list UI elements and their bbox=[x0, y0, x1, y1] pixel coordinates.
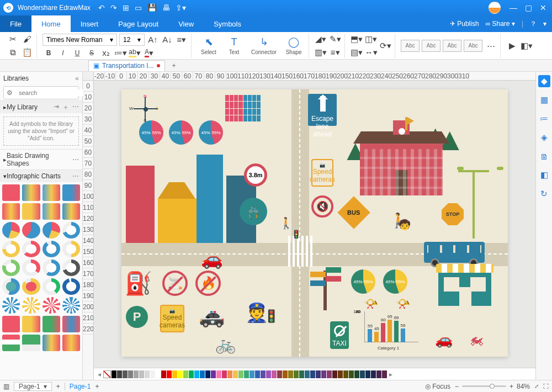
color-swatch[interactable] bbox=[167, 370, 172, 378]
thumb[interactable] bbox=[2, 222, 20, 239]
traffic-light-icon[interactable]: 🚦 bbox=[264, 309, 279, 324]
text-tool[interactable]: TText bbox=[222, 35, 246, 56]
color-swatch[interactable] bbox=[310, 370, 315, 378]
grid-chart[interactable] bbox=[225, 95, 261, 121]
traffic-light-icon[interactable]: 🚦 bbox=[291, 230, 301, 239]
menu-file[interactable]: File bbox=[0, 15, 31, 32]
highlight-icon[interactable]: ab▾ bbox=[129, 47, 141, 59]
style-preset-1[interactable]: Abc bbox=[401, 40, 420, 52]
palette-left-icon[interactable]: ◂ bbox=[96, 370, 103, 378]
grid-icon[interactable]: ▦ bbox=[538, 94, 550, 106]
color-swatch[interactable] bbox=[161, 370, 166, 378]
layers-icon[interactable]: ◧▾ bbox=[521, 40, 533, 52]
color-swatch[interactable] bbox=[172, 370, 177, 378]
menu-page-layout[interactable]: Page Layout bbox=[108, 15, 168, 32]
road-vertical[interactable] bbox=[291, 89, 309, 357]
shop[interactable] bbox=[438, 267, 491, 306]
thumb[interactable] bbox=[22, 278, 40, 295]
thumb[interactable] bbox=[43, 259, 60, 276]
italic-icon[interactable]: I bbox=[57, 47, 69, 59]
add-page-icon[interactable]: + bbox=[56, 383, 60, 390]
thumb[interactable] bbox=[43, 278, 60, 295]
color-swatch[interactable] bbox=[216, 370, 221, 378]
police-car-icon[interactable]: 🚓 bbox=[199, 304, 225, 328]
thumb[interactable] bbox=[62, 278, 80, 295]
zoom-out-icon[interactable]: − bbox=[455, 383, 459, 390]
pie-chart[interactable]: 45%55% bbox=[383, 269, 407, 294]
parking-sign[interactable]: P bbox=[126, 306, 148, 328]
page-setup-icon[interactable]: 🗎 bbox=[538, 150, 550, 162]
fullscreen-icon[interactable]: ⛶ bbox=[543, 383, 549, 389]
style-preset-2[interactable]: Abc bbox=[422, 40, 440, 52]
thumb[interactable] bbox=[43, 335, 60, 351]
infographic-header[interactable]: ▾ Infographic Charts⋯ bbox=[0, 170, 82, 182]
publish-button[interactable]: ✈ Publish bbox=[450, 20, 479, 28]
shrink-font-icon[interactable]: A↓ bbox=[161, 34, 173, 46]
taxi-sign[interactable]: TAXI bbox=[330, 321, 349, 349]
pie-chart[interactable]: 45%55% bbox=[351, 269, 375, 294]
user-avatar[interactable] bbox=[489, 2, 501, 14]
color-swatch[interactable] bbox=[156, 370, 161, 378]
thumb[interactable] bbox=[22, 335, 40, 351]
car-icon[interactable]: 🚗 bbox=[435, 331, 453, 348]
color-swatch[interactable] bbox=[123, 370, 128, 378]
thumb[interactable] bbox=[43, 241, 60, 257]
add-page-tab[interactable]: + bbox=[95, 383, 99, 390]
document-tab[interactable]: ▣ Transportation I... bbox=[88, 60, 165, 71]
thumb[interactable] bbox=[22, 297, 40, 314]
pages-icon[interactable]: ▥ bbox=[3, 383, 9, 390]
color-swatch[interactable] bbox=[200, 370, 205, 378]
horn-icon[interactable]: 📯 bbox=[396, 297, 410, 310]
car-icon[interactable]: 🚗 bbox=[201, 248, 223, 269]
color-swatch[interactable] bbox=[299, 370, 304, 378]
color-swatch[interactable] bbox=[371, 370, 376, 378]
line-color-icon[interactable]: ✎▾ bbox=[329, 33, 341, 45]
minimize-icon[interactable]: — bbox=[509, 3, 517, 12]
fill-color-icon[interactable]: ◢▾ bbox=[315, 33, 327, 45]
thumb[interactable] bbox=[62, 297, 80, 314]
redo-icon[interactable]: ↷ bbox=[110, 3, 117, 12]
color-swatch[interactable] bbox=[283, 370, 288, 378]
size-icon[interactable]: ↔▾ bbox=[365, 46, 377, 59]
basic-shapes-header[interactable]: ▸ Basic Drawing Shapes⋯ bbox=[0, 150, 82, 169]
font-color-icon[interactable]: A▾ bbox=[143, 47, 155, 59]
escape-lane-sign[interactable]: Escape lane ahead bbox=[308, 94, 337, 126]
color-swatch[interactable] bbox=[376, 370, 381, 378]
color-swatch[interactable] bbox=[360, 370, 365, 378]
fuel-pump-icon[interactable]: ⛽ bbox=[125, 271, 152, 296]
no-fire-sign[interactable]: 🔥 bbox=[195, 271, 221, 296]
cut-icon[interactable]: ✂ bbox=[7, 33, 19, 45]
compass[interactable]: N S W E bbox=[131, 95, 160, 124]
mylibrary-header[interactable]: ▸ My Library ⇥＋⋯ bbox=[0, 101, 82, 113]
motorcycle-icon[interactable]: 🏍 bbox=[469, 331, 484, 348]
bus-icon[interactable] bbox=[424, 242, 485, 263]
thumb[interactable] bbox=[22, 259, 40, 276]
street-light[interactable] bbox=[473, 172, 475, 239]
height-limit-sign[interactable]: 3.8m bbox=[244, 163, 267, 187]
menu-view[interactable]: View bbox=[168, 15, 204, 32]
library-search[interactable]: ⚙ 🔍 bbox=[3, 86, 79, 99]
thumb[interactable] bbox=[62, 222, 80, 239]
color-swatch[interactable] bbox=[365, 370, 370, 378]
thumb[interactable] bbox=[22, 241, 40, 257]
building[interactable] bbox=[197, 155, 223, 243]
color-swatch[interactable] bbox=[272, 370, 277, 378]
thumb[interactable] bbox=[22, 222, 40, 239]
thumb[interactable] bbox=[2, 297, 20, 314]
color-swatch[interactable] bbox=[134, 370, 139, 378]
subscript-icon[interactable]: x₂ bbox=[100, 47, 112, 59]
page-tab[interactable]: Page-1 bbox=[70, 383, 91, 390]
export-icon[interactable]: ⇪▾ bbox=[176, 3, 186, 12]
style-preset-4[interactable]: Abc bbox=[464, 40, 482, 52]
rotate-icon[interactable]: ⟳▾ bbox=[379, 40, 391, 52]
thumb[interactable] bbox=[22, 184, 40, 201]
color-swatch[interactable] bbox=[117, 370, 122, 378]
color-swatch[interactable] bbox=[189, 370, 194, 378]
thumb[interactable] bbox=[2, 203, 20, 220]
thumb[interactable] bbox=[43, 316, 60, 332]
horn-icon[interactable]: 📯 bbox=[364, 297, 378, 310]
color-swatch[interactable] bbox=[222, 370, 227, 378]
import-icon[interactable]: ⇥ bbox=[54, 103, 59, 112]
zoom-in-icon[interactable]: + bbox=[509, 383, 513, 390]
color-swatch[interactable] bbox=[305, 370, 310, 378]
